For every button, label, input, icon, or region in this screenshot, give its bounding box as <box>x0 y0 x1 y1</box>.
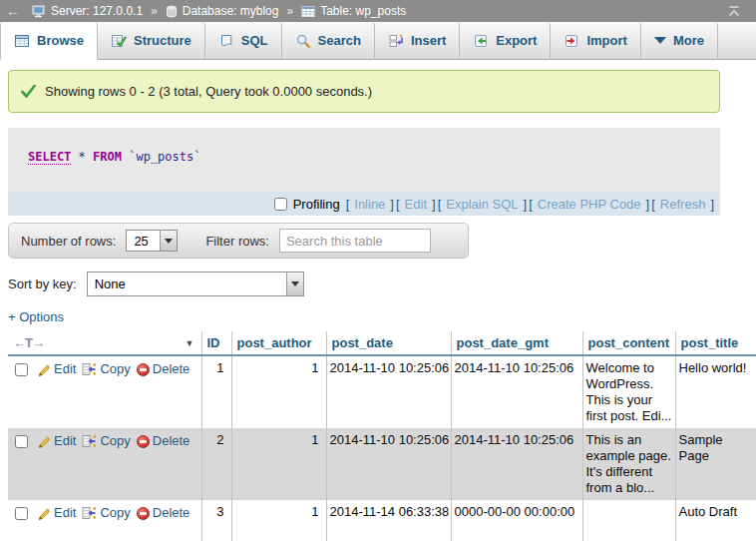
delete-action[interactable]: Delete <box>137 505 190 521</box>
cell-post-title: Hello world! <box>675 355 756 428</box>
header-id[interactable]: ID <box>201 331 231 355</box>
breadcrumb: Server: 127.0.0.1 » Database: myblog » T… <box>32 4 406 18</box>
copy-label: Copy <box>100 505 130 521</box>
tab-label: Structure <box>134 33 191 48</box>
tab-bar: Browse Structure SQL Search Insert Expor… <box>0 22 756 60</box>
cell-post-date: 2014-11-10 10:25:06 <box>326 355 451 428</box>
cell-post-author: 1 <box>231 500 326 541</box>
collapse-top-icon[interactable] <box>726 5 742 18</box>
tab-label: Insert <box>411 33 446 48</box>
cell-post-title: Auto Draft <box>675 500 756 541</box>
cell-post-content: Welcome to WordPress. This is your first… <box>582 355 675 428</box>
bracket: [ <box>438 197 442 212</box>
tab-import[interactable]: Import <box>551 22 640 60</box>
breadcrumb-database[interactable]: Database: myblog <box>183 4 279 18</box>
bracket: ] <box>646 197 650 212</box>
browse-icon <box>14 33 30 49</box>
edit-label: Edit <box>54 433 76 449</box>
profiling-checkbox[interactable] <box>274 198 287 211</box>
profiling-label: Profiling <box>293 197 340 212</box>
tab-search[interactable]: Search <box>282 22 375 60</box>
bracket: [ <box>396 197 400 212</box>
cell-post-date: 2014-11-14 06:33:38 <box>326 500 451 541</box>
delete-label: Delete <box>153 505 190 521</box>
row-checkbox[interactable] <box>15 507 28 520</box>
tab-export[interactable]: Export <box>460 22 551 60</box>
structure-icon <box>111 33 127 49</box>
tab-more[interactable]: More <box>641 22 718 60</box>
breadcrumb-table[interactable]: Table: wp_posts <box>320 4 406 18</box>
success-check-icon <box>21 85 36 98</box>
sql-identifier: `wp_posts` <box>129 150 200 164</box>
create-php-code-link[interactable]: Create PHP Code <box>538 197 641 212</box>
refresh-link[interactable]: Refresh <box>660 197 706 212</box>
swap-axis-control[interactable]: ←T→ <box>13 335 44 350</box>
header-post-title[interactable]: post_title <box>675 331 756 355</box>
back-arrow-icon[interactable]: ← <box>6 3 32 19</box>
inline-link[interactable]: Inline <box>354 197 385 212</box>
insert-icon <box>388 33 404 49</box>
edit-query-link[interactable]: Edit <box>405 197 427 212</box>
delete-label: Delete <box>153 361 190 377</box>
copy-icon <box>82 434 97 448</box>
row-checkbox[interactable] <box>15 363 28 376</box>
delete-action[interactable]: Delete <box>137 361 190 377</box>
cell-post-title: Sample Page <box>675 428 756 500</box>
copy-action[interactable]: Copy <box>82 361 130 377</box>
search-icon <box>295 33 311 49</box>
copy-action[interactable]: Copy <box>82 505 130 521</box>
edit-action[interactable]: Edit <box>37 433 76 449</box>
select-arrow-icon <box>286 272 303 295</box>
cell-post-author: 1 <box>231 355 326 428</box>
header-post-date-gmt[interactable]: post_date_gmt <box>451 331 582 355</box>
header-post-author[interactable]: post_author <box>231 331 326 355</box>
table-header-row: ←T→ ▼ ID post_author post_date post_date… <box>8 331 756 355</box>
tab-label: SQL <box>241 33 268 48</box>
sort-row: Sort by key: None <box>8 271 756 296</box>
bracket: ] <box>432 197 436 212</box>
cell-id: 1 <box>201 355 231 428</box>
breadcrumb-separator: » <box>151 4 158 18</box>
cell-post-date-gmt: 2014-11-10 10:25:06 <box>451 355 582 428</box>
status-message: Showing rows 0 - 2 (3 total, Query took … <box>8 70 720 113</box>
tab-structure[interactable]: Structure <box>98 22 205 60</box>
cell-post-author: 1 <box>231 428 326 500</box>
copy-action[interactable]: Copy <box>82 433 130 449</box>
rows-count-select[interactable]: 25 <box>126 230 178 252</box>
sort-key-select[interactable]: None <box>87 271 304 296</box>
breadcrumb-server[interactable]: Server: 127.0.0.1 <box>51 4 143 18</box>
results-table: ←T→ ▼ ID post_author post_date post_date… <box>8 331 756 541</box>
copy-label: Copy <box>100 361 130 377</box>
edit-action[interactable]: Edit <box>37 361 76 377</box>
pencil-icon <box>37 362 51 376</box>
table-row: Edit Copy Delete 1 1 2014-11-10 10:25:06… <box>8 355 756 428</box>
row-checkbox[interactable] <box>15 435 28 448</box>
cell-post-date-gmt: 0000-00-00 00:00:00 <box>451 500 582 541</box>
sql-keyword-from: FROM <box>93 150 122 164</box>
options-toggle[interactable]: + Options <box>8 309 756 324</box>
tab-label: Export <box>496 33 537 48</box>
sql-keyword-select[interactable]: SELECT <box>28 150 71 165</box>
tabbar-filler <box>718 22 756 60</box>
header-post-content[interactable]: post_content <box>582 331 675 355</box>
bracket: [ <box>529 197 533 212</box>
copy-label: Copy <box>100 433 130 449</box>
sql-icon <box>218 33 234 49</box>
tab-sql[interactable]: SQL <box>205 22 282 60</box>
tab-insert[interactable]: Insert <box>375 22 460 60</box>
server-icon <box>32 5 46 18</box>
tab-label: Import <box>586 33 626 48</box>
explain-sql-link[interactable]: Explain SQL <box>446 197 518 212</box>
header-post-date[interactable]: post_date <box>326 331 451 355</box>
sql-query: SELECT * FROM `wp_posts` <box>8 128 720 192</box>
delete-action[interactable]: Delete <box>137 433 190 449</box>
select-arrow-icon <box>160 231 177 251</box>
tab-browse[interactable]: Browse <box>0 22 98 60</box>
breadcrumb-bar: ← Server: 127.0.0.1 » Database: myblog »… <box>0 0 756 22</box>
cell-post-content: This is an example page. It's different … <box>582 428 675 500</box>
cell-post-date: 2014-11-10 10:25:06 <box>326 428 451 500</box>
pencil-icon <box>37 434 51 448</box>
filter-rows-input[interactable] <box>279 229 431 253</box>
edit-action[interactable]: Edit <box>37 505 76 521</box>
tab-label: Search <box>318 33 361 48</box>
